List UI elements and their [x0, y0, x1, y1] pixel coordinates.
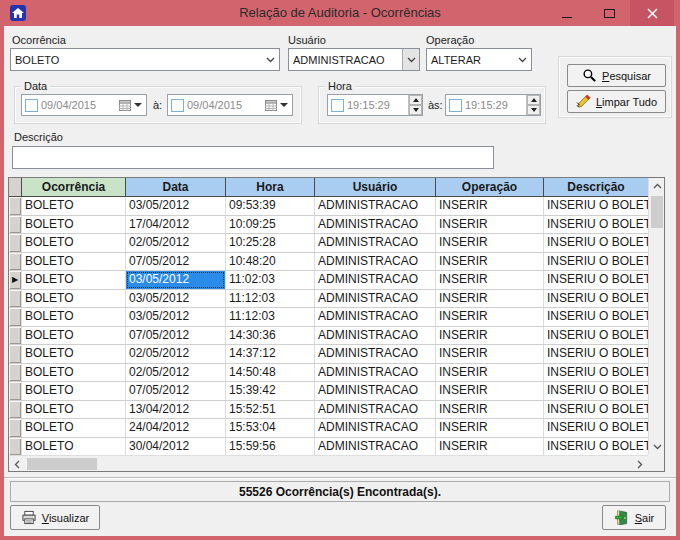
usuario-combobox[interactable]: ADMINISTRACAO: [288, 48, 420, 71]
grid-cell[interactable]: BOLETO: [22, 197, 125, 215]
spin-up-button[interactable]: [409, 95, 422, 105]
grid-cell[interactable]: BOLETO: [22, 438, 125, 456]
grid-cell[interactable]: ADMINISTRACAO: [315, 345, 435, 363]
grid-cell[interactable]: ADMINISTRACAO: [315, 271, 435, 289]
table-row[interactable]: BOLETO 07/05/2012 14:30:36 ADMINISTRACAO…: [9, 327, 648, 345]
row-gutter[interactable]: [9, 438, 21, 456]
row-gutter[interactable]: ▶: [9, 271, 21, 289]
grid-cell[interactable]: 03/05/2012: [126, 308, 225, 326]
operacao-combobox[interactable]: ALTERAR: [426, 48, 532, 71]
grid-cell[interactable]: ADMINISTRACAO: [315, 216, 435, 234]
ocorrencia-combobox[interactable]: BOLETO: [10, 48, 280, 71]
grid-cell[interactable]: ADMINISTRACAO: [315, 234, 435, 252]
row-gutter[interactable]: [9, 290, 21, 308]
grid-cell[interactable]: 30/04/2012: [126, 438, 225, 456]
grid-cell[interactable]: 24/04/2012: [126, 419, 225, 437]
limpar-tudo-button[interactable]: Limpar Tudo: [567, 90, 666, 113]
chevron-down-icon[interactable]: [280, 103, 288, 107]
grid-cell[interactable]: 07/05/2012: [126, 253, 225, 271]
grid-cell[interactable]: INSERIR: [436, 271, 543, 289]
grid-cell[interactable]: INSERIU O BOLETO N: [544, 345, 648, 363]
table-row[interactable]: BOLETO 17/04/2012 10:09:25 ADMINISTRACAO…: [9, 216, 648, 234]
row-gutter[interactable]: [9, 197, 21, 215]
grid-cell[interactable]: BOLETO: [22, 253, 125, 271]
grid-cell[interactable]: ADMINISTRACAO: [315, 290, 435, 308]
grid-cell[interactable]: ADMINISTRACAO: [315, 364, 435, 382]
row-gutter[interactable]: [9, 216, 21, 234]
grid-cell[interactable]: INSERIR: [436, 216, 543, 234]
grid-cell[interactable]: 15:39:42: [226, 382, 314, 400]
row-gutter[interactable]: [9, 327, 21, 345]
grid-cell[interactable]: INSERIU O BOLETO N: [544, 327, 648, 345]
grid-cell[interactable]: INSERIR: [436, 419, 543, 437]
spin-down-button[interactable]: [527, 105, 540, 115]
grid-cell[interactable]: 03/05/2012: [126, 197, 225, 215]
grid-cell[interactable]: INSERIU O BOLETO N: [544, 197, 648, 215]
descricao-input[interactable]: [12, 146, 494, 169]
grid-cell[interactable]: BOLETO: [22, 271, 125, 289]
grid-cell[interactable]: 17/04/2012: [126, 216, 225, 234]
table-row[interactable]: BOLETO 02/05/2012 14:50:48 ADMINISTRACAO…: [9, 364, 648, 382]
grid-cell[interactable]: INSERIU O BOLETO N: [544, 234, 648, 252]
grid-cell[interactable]: BOLETO: [22, 345, 125, 363]
grid-cell[interactable]: INSERIU O BOLETO N: [544, 382, 648, 400]
grid-cell[interactable]: BOLETO: [22, 419, 125, 437]
close-button[interactable]: [630, 0, 674, 26]
chevron-down-icon[interactable]: [262, 49, 279, 70]
table-row[interactable]: BOLETO 02/05/2012 10:25:28 ADMINISTRACAO…: [9, 234, 648, 252]
grid-cell[interactable]: 10:09:25: [226, 216, 314, 234]
grid-cell[interactable]: ADMINISTRACAO: [315, 382, 435, 400]
grid-cell[interactable]: INSERIU O BOLETO N: [544, 290, 648, 308]
grid-cell[interactable]: INSERIU O BOLETO N: [544, 401, 648, 419]
column-header-usuario[interactable]: Usuário: [315, 178, 435, 196]
grid-cell[interactable]: INSERIR: [436, 345, 543, 363]
row-gutter[interactable]: [9, 308, 21, 326]
grid-cell[interactable]: INSERIR: [436, 290, 543, 308]
row-gutter[interactable]: [9, 364, 21, 382]
date-from-checkbox[interactable]: [25, 99, 38, 112]
grid-cell[interactable]: INSERIU O BOLETO N: [544, 271, 648, 289]
grid-cell[interactable]: 03/05/2012: [126, 290, 225, 308]
maximize-button[interactable]: [594, 0, 624, 26]
chevron-down-icon[interactable]: [514, 49, 531, 70]
date-to-checkbox[interactable]: [171, 99, 184, 112]
table-row[interactable]: BOLETO 24/04/2012 15:53:04 ADMINISTRACAO…: [9, 419, 648, 437]
time-from-checkbox[interactable]: [331, 99, 344, 112]
chevron-down-icon[interactable]: [402, 49, 419, 70]
grid-cell[interactable]: INSERIR: [436, 327, 543, 345]
column-header-descricao[interactable]: Descrição: [544, 178, 648, 196]
vertical-scrollbar[interactable]: [648, 178, 664, 455]
time-to-checkbox[interactable]: [449, 99, 462, 112]
grid-cell[interactable]: 15:53:04: [226, 419, 314, 437]
grid-cell[interactable]: ADMINISTRACAO: [315, 327, 435, 345]
grid-cell[interactable]: INSERIU O BOLETO N: [544, 364, 648, 382]
table-row[interactable]: BOLETO 03/05/2012 09:53:39 ADMINISTRACAO…: [9, 197, 648, 215]
row-gutter[interactable]: [9, 253, 21, 271]
visualizar-button[interactable]: Visualizar: [10, 505, 100, 530]
grid-cell[interactable]: 03/05/2012: [126, 271, 225, 289]
time-from-picker[interactable]: 19:15:29: [327, 94, 423, 116]
grid-cell[interactable]: 02/05/2012: [126, 234, 225, 252]
grid-cell[interactable]: ADMINISTRACAO: [315, 253, 435, 271]
grid-cell[interactable]: INSERIR: [436, 308, 543, 326]
grid-cell[interactable]: ADMINISTRACAO: [315, 308, 435, 326]
scroll-down-button[interactable]: [649, 439, 665, 455]
grid-cell[interactable]: INSERIR: [436, 197, 543, 215]
row-gutter[interactable]: [9, 401, 21, 419]
grid-cell[interactable]: ADMINISTRACAO: [315, 419, 435, 437]
grid-cell[interactable]: ADMINISTRACAO: [315, 438, 435, 456]
grid-cell[interactable]: INSERIR: [436, 234, 543, 252]
grid-cell[interactable]: INSERIU O BOLETO N: [544, 253, 648, 271]
grid-cell[interactable]: INSERIU O BOLETO N: [544, 308, 648, 326]
column-header-hora[interactable]: Hora: [226, 178, 314, 196]
table-row[interactable]: BOLETO 07/05/2012 10:48:20 ADMINISTRACAO…: [9, 253, 648, 271]
row-gutter[interactable]: [9, 345, 21, 363]
grid-cell[interactable]: 14:37:12: [226, 345, 314, 363]
grid-cell[interactable]: INSERIR: [436, 382, 543, 400]
grid-cell[interactable]: 11:02:03: [226, 271, 314, 289]
column-header-ocorrencia[interactable]: Ocorrência: [22, 178, 125, 196]
grid-cell[interactable]: BOLETO: [22, 308, 125, 326]
spin-up-button[interactable]: [527, 95, 540, 105]
grid-cell[interactable]: BOLETO: [22, 234, 125, 252]
table-row[interactable]: BOLETO 30/04/2012 15:59:56 ADMINISTRACAO…: [9, 438, 648, 456]
